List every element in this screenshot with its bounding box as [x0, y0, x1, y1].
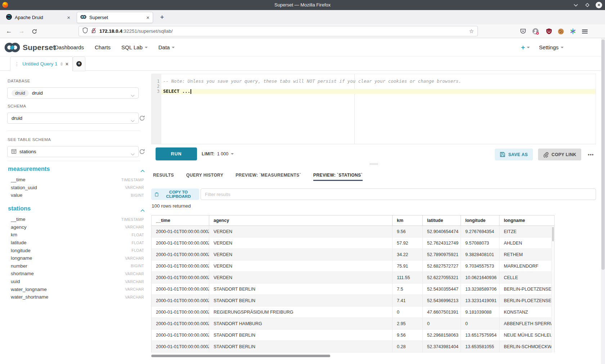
new-query-tab-button[interactable]: + — [73, 56, 85, 71]
nav-charts[interactable]: Charts — [95, 44, 111, 50]
window-title: Superset — Mozilla Firefox — [0, 0, 605, 10]
pocket-icon[interactable] — [519, 28, 526, 35]
nav-data[interactable]: Data — [158, 44, 175, 50]
window-minimize-button[interactable] — [573, 2, 579, 8]
schema-column: uuidVARCHAR — [0, 278, 148, 286]
table-row[interactable]: 2000-01-01T00:00:00.000ZVERDEN9.5652.904… — [152, 226, 554, 237]
table-row[interactable]: 2000-01-01T00:00:00.000ZREGIERUNGSPRÄSID… — [152, 306, 554, 318]
column-header[interactable]: km — [393, 215, 423, 226]
table-row[interactable]: 2000-01-01T00:00:00.000ZSTANDORT BERLIN9… — [152, 329, 554, 341]
pane-resize-handle[interactable] — [369, 163, 378, 165]
save-as-button[interactable]: SAVE AS — [495, 149, 533, 160]
scrollbar-thumb[interactable] — [601, 40, 605, 270]
page-scrollbar[interactable] — [601, 38, 605, 364]
window-close-button[interactable]: × — [596, 2, 602, 8]
tab-preview-measurements[interactable]: PREVIEW: `MEASUREMENTS` — [236, 173, 301, 181]
account-icon[interactable] — [532, 28, 539, 35]
schema-label: SCHEMA — [8, 104, 26, 108]
forward-button[interactable]: → — [18, 27, 26, 35]
superset-infinity-icon — [4, 42, 20, 53]
run-button[interactable]: RUN — [156, 147, 197, 160]
tab-query-history[interactable]: QUERY HISTORY — [186, 173, 223, 181]
url-text[interactable]: 172.18.0.4:32251/superset/sqllab/ — [99, 28, 466, 34]
editor-empty-line — [161, 84, 596, 89]
refresh-schema-icon[interactable] — [139, 115, 145, 121]
chevron-down-icon — [231, 153, 234, 155]
query-tab-untitled[interactable]: ⋮ Untitled Query 1 × — [10, 56, 73, 71]
ublock-shield-icon[interactable] — [545, 28, 552, 35]
limit-control[interactable]: LIMIT: 1 000 — [202, 147, 234, 160]
table-name-stations[interactable]: stations — [8, 205, 31, 212]
clipboard-icon — [155, 192, 158, 197]
insecure-lock-icon[interactable] — [91, 28, 96, 35]
chevron-down-icon — [131, 117, 135, 124]
query-state-dot — [60, 62, 63, 66]
table-schema-label: SEE TABLE SCHEMA — [8, 137, 51, 142]
collapse-chevron-icon[interactable] — [140, 207, 145, 213]
drag-handle-icon[interactable]: ⋮ — [14, 61, 19, 67]
collapse-chevron-icon[interactable] — [140, 167, 145, 174]
browser-tab-superset[interactable]: Superset × — [77, 12, 153, 23]
column-header[interactable]: longitude — [461, 215, 499, 226]
sql-editor[interactable]: 1 2 3 -- Note: Unless you save your quer… — [151, 74, 596, 144]
tab-close-icon[interactable]: × — [67, 15, 70, 20]
superset-logo[interactable]: Superset — [4, 38, 55, 56]
extension-asterisk-icon[interactable] — [569, 28, 577, 35]
table-row[interactable]: 2000-01-01T00:00:00.000ZVERDEN57.9252.76… — [152, 237, 554, 249]
table-row[interactable]: 2000-01-01T00:00:00.000ZVERDEN34.2252.78… — [152, 249, 554, 260]
table-row[interactable]: 2000-01-01T00:00:00.000ZSTANDORT BERLIN7… — [152, 283, 554, 295]
table-row[interactable]: 2000-01-01T00:00:00.000ZVERDEN111.5552.6… — [152, 272, 554, 283]
tab-title: Superset — [89, 15, 143, 20]
table-row[interactable]: 2000-01-01T00:00:00.000ZSTANDORT BERLIN0… — [152, 341, 554, 352]
column-header[interactable]: longname — [499, 215, 554, 226]
new-tab-button[interactable]: + — [157, 13, 167, 22]
url-bar[interactable]: 172.18.0.4:32251/superset/sqllab/ ☆ — [79, 26, 478, 36]
table-horizontal-scrollbar[interactable] — [151, 355, 555, 358]
bookmark-star-icon[interactable]: ☆ — [469, 28, 474, 35]
database-tag: druid — [12, 90, 29, 96]
back-button[interactable]: ← — [5, 27, 13, 35]
editor-toolbar: RUN LIMIT: 1 000 SAVE AS COPY LINK ••• — [151, 144, 596, 165]
tab-close-icon[interactable]: × — [146, 15, 149, 20]
browser-tab-apache-druid[interactable]: Apache Druid × — [3, 12, 73, 23]
table-select[interactable]: stations — [7, 146, 139, 157]
table-vertical-scrollbar[interactable] — [551, 226, 554, 352]
database-select[interactable]: druid druid — [7, 87, 139, 99]
tab-preview-stations[interactable]: PREVIEW: `STATIONS` — [313, 173, 363, 181]
query-tab-close-icon[interactable]: × — [66, 61, 68, 67]
menu-button[interactable] — [581, 28, 588, 35]
query-tab-bar: ⋮ Untitled Query 1 × + — [0, 56, 605, 71]
filter-results-input[interactable] — [201, 188, 596, 200]
column-header[interactable]: __time — [152, 215, 209, 226]
settings-menu[interactable]: Settings — [539, 44, 564, 50]
table-row[interactable]: 2000-01-01T00:00:00.000ZSTANDORT HAMBURG… — [152, 318, 554, 329]
refresh-tables-icon[interactable] — [139, 149, 145, 155]
schema-column: kmFLOAT — [0, 231, 148, 239]
column-header[interactable]: latitude — [423, 215, 461, 226]
chevron-down-icon — [527, 47, 530, 48]
schema-column: water_shortnameVARCHAR — [0, 293, 148, 301]
screen: Superset — Mozilla Firefox × Apache Drui… — [0, 0, 605, 364]
tab-results[interactable]: RESULTS — [153, 173, 174, 181]
schema-column: valueBIGINT — [0, 191, 148, 199]
more-actions-button[interactable]: ••• — [586, 152, 595, 157]
reload-button[interactable] — [30, 27, 38, 35]
chevron-down-icon — [131, 92, 135, 99]
results-controls: COPY TO CLIPBOARD — [151, 188, 596, 200]
add-new-button[interactable]: + — [521, 44, 530, 51]
nav-dashboards[interactable]: Dashboards — [55, 44, 84, 50]
cookie-icon[interactable] — [557, 28, 564, 35]
copy-link-button[interactable]: COPY LINK — [538, 149, 582, 160]
nav-sql-lab[interactable]: SQL Lab — [121, 44, 148, 50]
scrollbar-thumb[interactable] — [151, 355, 330, 357]
shield-icon[interactable] — [82, 27, 88, 35]
table-row[interactable]: 2000-01-01T00:00:00.000ZVERDEN75.9152.68… — [152, 260, 554, 272]
copy-to-clipboard-button[interactable]: COPY TO CLIPBOARD — [151, 188, 199, 200]
table-row[interactable]: 2000-01-01T00:00:00.000ZSTANDORT BERLIN7… — [152, 295, 554, 306]
divider — [7, 161, 140, 161]
schema-select[interactable]: druid — [7, 113, 139, 124]
schema-column: shortnameVARCHAR — [0, 270, 148, 278]
window-maximize-button[interactable] — [584, 2, 591, 8]
table-name-measurements[interactable]: measurements — [8, 165, 50, 172]
column-header[interactable]: agency — [209, 215, 393, 226]
